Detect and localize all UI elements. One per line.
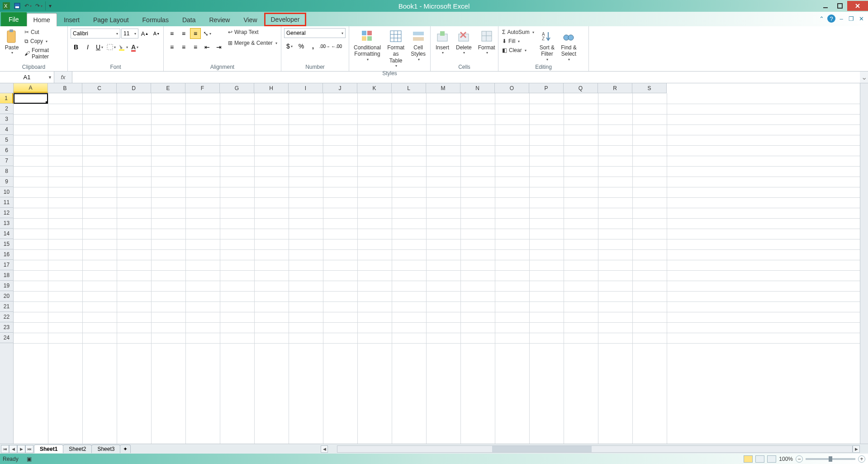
- row-header[interactable]: 14: [0, 229, 13, 239]
- row-header[interactable]: 17: [0, 260, 13, 270]
- decrease-decimal-button[interactable]: ←.00: [331, 41, 342, 52]
- save-icon[interactable]: [13, 1, 22, 10]
- tab-home[interactable]: Home: [27, 13, 57, 26]
- column-header[interactable]: N: [460, 83, 495, 93]
- tab-insert[interactable]: Insert: [57, 13, 86, 26]
- percent-format-button[interactable]: %: [296, 41, 307, 52]
- window-close-icon[interactable]: ✕: [857, 14, 865, 23]
- tab-view[interactable]: View: [237, 13, 264, 26]
- view-page-layout-button[interactable]: [755, 455, 764, 463]
- new-sheet-button[interactable]: ✦: [120, 445, 131, 453]
- view-page-break-button[interactable]: [767, 455, 776, 463]
- hscroll-right[interactable]: ▶: [853, 445, 860, 453]
- format-as-table-button[interactable]: Format as Table▾: [385, 28, 406, 69]
- column-header[interactable]: D: [117, 83, 151, 93]
- cut-button[interactable]: ✂Cut: [24, 28, 65, 36]
- font-name-select[interactable]: Calibri▾: [71, 29, 120, 38]
- ribbon-minimize-icon[interactable]: ⌃: [817, 14, 825, 23]
- align-center-button[interactable]: ≡: [178, 42, 189, 53]
- column-header[interactable]: R: [598, 83, 632, 93]
- copy-button[interactable]: ⧉Copy▾: [24, 37, 65, 45]
- row-header[interactable]: 15: [0, 239, 13, 249]
- zoom-out-button[interactable]: −: [796, 455, 803, 463]
- column-header[interactable]: C: [82, 83, 117, 93]
- window-min-icon[interactable]: –: [837, 14, 845, 23]
- sheet-nav-prev[interactable]: ◀: [9, 445, 17, 453]
- tab-formulas[interactable]: Formulas: [136, 13, 175, 26]
- sheet-tab-1[interactable]: Sheet1: [34, 445, 63, 453]
- view-normal-button[interactable]: [744, 455, 753, 463]
- tab-review[interactable]: Review: [203, 13, 237, 26]
- qat-customize-icon[interactable]: ▾: [45, 1, 54, 10]
- redo-icon[interactable]: ↷▾: [34, 1, 43, 10]
- column-header[interactable]: G: [220, 83, 254, 93]
- row-header[interactable]: 2: [0, 104, 13, 114]
- row-header[interactable]: 20: [0, 291, 13, 301]
- column-header[interactable]: L: [392, 83, 426, 93]
- row-header[interactable]: 23: [0, 322, 13, 333]
- expand-formula-bar-icon[interactable]: ⌄: [860, 73, 868, 81]
- column-header[interactable]: K: [357, 83, 392, 93]
- sheet-nav-first[interactable]: ⏮: [1, 445, 9, 453]
- align-top-button[interactable]: ≡: [166, 28, 177, 39]
- shrink-font-button[interactable]: A▼: [151, 28, 162, 39]
- maximize-button[interactable]: [833, 1, 847, 11]
- column-header[interactable]: A: [14, 83, 48, 93]
- row-header[interactable]: 22: [0, 312, 13, 322]
- italic-button[interactable]: I: [82, 42, 93, 53]
- sheet-tab-2[interactable]: Sheet2: [63, 445, 92, 453]
- close-button[interactable]: [847, 1, 868, 11]
- row-header[interactable]: 13: [0, 218, 13, 229]
- paste-button[interactable]: Paste▾: [3, 28, 21, 56]
- help-icon[interactable]: ?: [827, 14, 835, 23]
- accounting-format-button[interactable]: $▾: [284, 41, 295, 52]
- bold-button[interactable]: B: [71, 42, 81, 53]
- row-header[interactable]: 16: [0, 249, 13, 260]
- fill-color-button[interactable]: ▾: [118, 42, 128, 53]
- find-select-button[interactable]: Find & Select▾: [559, 28, 579, 62]
- tab-developer[interactable]: Developer: [264, 13, 307, 26]
- orientation-button[interactable]: ⤡▾: [202, 28, 213, 39]
- column-header[interactable]: J: [323, 83, 357, 93]
- comma-format-button[interactable]: ,: [308, 41, 318, 52]
- row-header[interactable]: 24: [0, 333, 13, 343]
- minimize-button[interactable]: [818, 1, 833, 11]
- align-right-button[interactable]: ≡: [190, 42, 201, 53]
- undo-icon[interactable]: ↶▾: [24, 1, 33, 10]
- formula-input[interactable]: [72, 72, 860, 83]
- align-left-button[interactable]: ≡: [166, 42, 177, 53]
- format-painter-button[interactable]: 🖌Format Painter: [24, 46, 65, 61]
- delete-cells-button[interactable]: Delete▾: [454, 28, 474, 56]
- horizontal-scrollbar[interactable]: [337, 445, 853, 453]
- increase-decimal-button[interactable]: .00→: [319, 41, 330, 52]
- column-header[interactable]: B: [48, 83, 82, 93]
- name-box[interactable]: A1▼: [0, 72, 54, 83]
- cell-grid[interactable]: [14, 93, 860, 444]
- column-header[interactable]: E: [151, 83, 185, 93]
- number-format-select[interactable]: General▾: [284, 28, 346, 38]
- decrease-indent-button[interactable]: ⇤: [202, 42, 213, 53]
- row-header[interactable]: 6: [0, 145, 13, 156]
- sort-filter-button[interactable]: AZSort & Filter▾: [538, 28, 556, 62]
- fill-button[interactable]: ⬇Fill▾: [501, 37, 535, 45]
- tab-file[interactable]: File: [1, 12, 27, 26]
- column-header[interactable]: Q: [564, 83, 598, 93]
- font-color-button[interactable]: A▾: [129, 42, 140, 53]
- column-header[interactable]: P: [529, 83, 564, 93]
- sheet-tab-3[interactable]: Sheet3: [91, 445, 120, 453]
- column-header[interactable]: F: [185, 83, 220, 93]
- row-header[interactable]: 3: [0, 114, 13, 124]
- tab-page-layout[interactable]: Page Layout: [86, 13, 136, 26]
- tab-data[interactable]: Data: [175, 13, 203, 26]
- row-header[interactable]: 4: [0, 124, 13, 135]
- vertical-scrollbar[interactable]: [860, 83, 868, 444]
- row-header[interactable]: 9: [0, 177, 13, 187]
- row-header[interactable]: 10: [0, 187, 13, 197]
- conditional-formatting-button[interactable]: Conditional Formatting▾: [352, 28, 383, 62]
- select-all-corner[interactable]: [0, 83, 14, 93]
- sheet-nav-next[interactable]: ▶: [17, 445, 25, 453]
- grow-font-button[interactable]: A▲: [139, 28, 150, 39]
- format-cells-button[interactable]: Format▾: [476, 28, 497, 56]
- row-header[interactable]: 19: [0, 281, 13, 291]
- font-size-select[interactable]: 11▾: [121, 29, 138, 38]
